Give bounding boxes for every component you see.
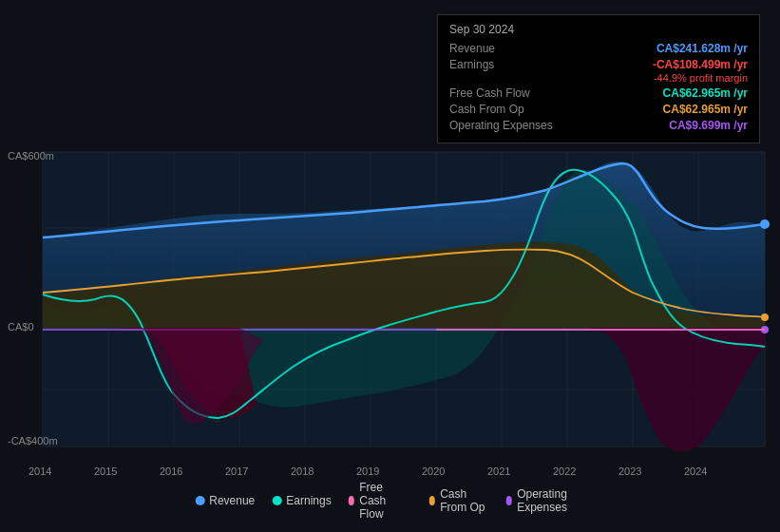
legend-dot-fcf — [349, 496, 355, 505]
chart-container: CA$600m CA$0 -CA$400m 2014 2015 2016 201… — [0, 0, 780, 532]
info-value-revenue: CA$241.628m /yr — [656, 42, 748, 55]
legend-label-cashfromop: Cash From Op — [440, 487, 488, 514]
legend-item-cashfromop[interactable]: Cash From Op — [429, 487, 489, 514]
legend-label-fcf: Free Cash Flow — [359, 481, 411, 521]
info-label-cashfromop: Cash From Op — [449, 103, 563, 116]
info-label-revenue: Revenue — [449, 42, 563, 55]
legend-dot-earnings — [272, 496, 281, 505]
svg-point-20 — [761, 314, 769, 321]
profit-margin-row: -44.9% profit margin — [449, 72, 748, 84]
info-box: Sep 30 2024 Revenue CA$241.628m /yr Earn… — [437, 14, 760, 143]
x-label-2017: 2017 — [225, 466, 248, 477]
info-row-cashfromop: Cash From Op CA$62.965m /yr — [449, 103, 748, 116]
info-row-revenue: Revenue CA$241.628m /yr — [449, 42, 748, 55]
info-value-cashfromop: CA$62.965m /yr — [663, 103, 748, 116]
legend-item-earnings[interactable]: Earnings — [272, 494, 331, 507]
info-row-earnings: Earnings -CA$108.499m /yr — [449, 58, 748, 71]
info-value-fcf: CA$62.965m /yr — [663, 86, 748, 100]
x-label-2016: 2016 — [160, 466, 182, 477]
x-label-2021: 2021 — [487, 466, 510, 477]
x-label-2019: 2019 — [356, 466, 379, 477]
info-label-earnings: Earnings — [449, 58, 563, 71]
info-row-opex: Operating Expenses CA$9.699m /yr — [449, 119, 748, 132]
y-label-bottom: -CA$400m — [8, 435, 58, 446]
legend-label-earnings: Earnings — [286, 494, 331, 507]
legend-label-revenue: Revenue — [209, 494, 255, 507]
profit-margin-text: -44.9% profit margin — [654, 72, 748, 84]
x-label-2023: 2023 — [618, 466, 641, 477]
x-label-2020: 2020 — [422, 466, 445, 477]
x-label-2018: 2018 — [291, 466, 314, 477]
info-label-fcf: Free Cash Flow — [449, 86, 563, 100]
legend-item-fcf[interactable]: Free Cash Flow — [349, 481, 412, 521]
info-row-fcf: Free Cash Flow CA$62.965m /yr — [449, 86, 748, 100]
legend-item-opex[interactable]: Operating Expenses — [506, 487, 585, 514]
y-label-zero: CA$0 — [8, 321, 34, 332]
x-label-2014: 2014 — [29, 466, 51, 477]
x-label-2024: 2024 — [684, 466, 707, 477]
legend-dot-revenue — [195, 496, 204, 505]
legend: Revenue Earnings Free Cash Flow Cash Fro… — [195, 481, 585, 521]
legend-dot-opex — [506, 496, 513, 505]
x-label-2015: 2015 — [94, 466, 117, 477]
y-label-top: CA$600m — [8, 150, 54, 162]
svg-point-19 — [760, 219, 770, 229]
legend-item-revenue[interactable]: Revenue — [195, 494, 255, 507]
x-label-2022: 2022 — [553, 466, 576, 477]
info-date: Sep 30 2024 — [449, 23, 748, 36]
info-value-opex: CA$9.699m /yr — [669, 119, 748, 132]
legend-label-opex: Operating Expenses — [517, 487, 585, 514]
info-value-earnings: -CA$108.499m /yr — [653, 58, 748, 71]
info-label-opex: Operating Expenses — [449, 119, 563, 132]
legend-dot-cashfromop — [429, 496, 436, 505]
